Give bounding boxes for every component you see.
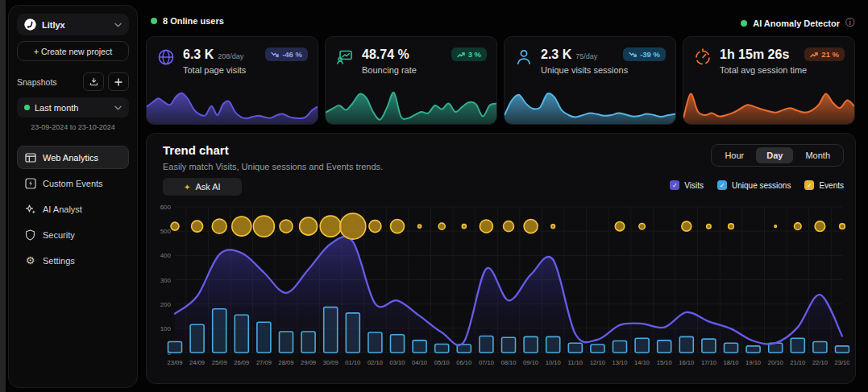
time-range-segmented-control: Hour Day Month xyxy=(711,144,844,167)
kpi-sparkline xyxy=(683,85,854,124)
litlyx-logo-icon xyxy=(24,19,36,31)
period-status-dot xyxy=(24,105,30,110)
kpi-label: Total avg session time xyxy=(720,65,807,75)
chevron-down-icon xyxy=(114,23,122,27)
user-icon xyxy=(514,47,534,67)
kpi-per-day: 75/day xyxy=(575,52,597,60)
sidebar-item-label: Security xyxy=(43,230,75,240)
svg-text:30/09: 30/09 xyxy=(323,359,338,366)
trend-down-icon xyxy=(629,52,637,58)
svg-text:01/10: 01/10 xyxy=(345,359,360,366)
snapshot-period-select[interactable]: Last month xyxy=(17,97,129,118)
svg-text:28/09: 28/09 xyxy=(278,359,293,366)
sidebar-item-web-analytics[interactable]: Web Analytics xyxy=(17,146,129,169)
anomaly-status-dot xyxy=(741,20,747,27)
svg-text:29/09: 29/09 xyxy=(301,359,316,366)
sidebar-item-label: Custom Events xyxy=(43,179,103,188)
snapshot-date-range: 23-09-2024 to 23-10-2024 xyxy=(17,123,129,131)
svg-text:200: 200 xyxy=(160,301,172,308)
svg-text:23/09: 23/09 xyxy=(167,359,182,366)
project-name: Litlyx xyxy=(42,20,109,30)
trend-chart-subtitle: Easily match Visits, Unique sessions and… xyxy=(163,162,383,171)
chart-legend: ✓ Visits ✓ Unique sessions ✓ Events xyxy=(670,180,844,190)
svg-text:08/10: 08/10 xyxy=(500,359,516,366)
sidebar-item-security[interactable]: Security xyxy=(17,223,129,246)
kpi-sparkline xyxy=(505,85,675,124)
kpi-sparkline xyxy=(326,85,496,124)
svg-text:24/09: 24/09 xyxy=(189,359,205,366)
app-window: Litlyx + Create new project Snapshots La… xyxy=(0,0,868,392)
legend-visits[interactable]: ✓ Visits xyxy=(670,180,704,190)
snapshot-period-value: Last month xyxy=(35,103,110,113)
chevron-down-icon xyxy=(114,105,122,110)
trend-chart-canvas[interactable]: 010020030040050060023/0924/0925/0926/092… xyxy=(153,200,849,382)
svg-text:100: 100 xyxy=(160,325,172,332)
tab-hour[interactable]: Hour xyxy=(714,147,754,163)
online-status-dot xyxy=(151,18,157,24)
shield-icon xyxy=(24,229,36,241)
checkbox-checked-icon: ✓ xyxy=(804,180,814,190)
kpi-trend-badge: 3 % xyxy=(451,47,487,61)
svg-text:500: 500 xyxy=(160,228,172,235)
svg-text:26/09: 26/09 xyxy=(234,359,249,366)
sidebar-item-custom-events[interactable]: Custom Events xyxy=(17,171,129,195)
anomaly-detector-text: AI Anomaly Detector xyxy=(753,19,840,28)
ai-sparkle-icon: ✦ xyxy=(184,183,190,192)
tab-month[interactable]: Month xyxy=(795,147,841,163)
sidebar-item-label: Settings xyxy=(43,256,75,266)
sidebar-item-label: AI Analyst xyxy=(43,204,82,214)
svg-text:25/09: 25/09 xyxy=(212,359,227,366)
svg-text:02/10: 02/10 xyxy=(368,359,383,366)
kpi-label: Unique visits sessions xyxy=(541,65,628,75)
online-users-indicator: 8 Online users xyxy=(151,16,224,26)
svg-text:15/10: 15/10 xyxy=(657,359,672,366)
trend-up-icon xyxy=(810,52,818,58)
trend-chart-panel: Trend chart Easily match Visits, Unique … xyxy=(146,133,856,384)
trend-chart-title: Trend chart xyxy=(163,143,229,157)
svg-text:16/10: 16/10 xyxy=(679,359,694,366)
ask-ai-button[interactable]: ✦ Ask AI xyxy=(163,178,242,196)
kpi-card-avg-session-time: 1h 15m 26s Total avg session time 21 % xyxy=(683,36,855,125)
legend-unique-sessions[interactable]: ✓ Unique sessions xyxy=(717,180,791,190)
checkbox-checked-icon: ✓ xyxy=(717,180,727,190)
svg-text:11/10: 11/10 xyxy=(568,359,583,366)
project-selector[interactable]: Litlyx xyxy=(17,14,129,35)
sidebar-item-ai-analyst[interactable]: AI Analyst xyxy=(17,197,129,221)
svg-text:14/10: 14/10 xyxy=(634,359,650,366)
kpi-trend-badge: -46 % xyxy=(265,47,308,61)
svg-text:18/10: 18/10 xyxy=(723,359,738,366)
save-snapshot-icon xyxy=(89,77,98,86)
svg-text:19/10: 19/10 xyxy=(745,359,761,366)
save-snapshot-button[interactable] xyxy=(83,72,104,91)
create-project-button[interactable]: + Create new project xyxy=(17,41,129,61)
tab-day[interactable]: Day xyxy=(756,147,793,163)
online-users-text: 8 Online users xyxy=(163,16,224,26)
kpi-value: 48.74 % xyxy=(362,47,409,62)
info-icon[interactable]: ⓘ xyxy=(845,16,855,30)
gear-icon: ⚙ xyxy=(24,255,36,266)
trend-up-icon xyxy=(457,52,465,58)
ai-anomaly-detector: AI Anomaly Detector ⓘ xyxy=(741,16,855,30)
kpi-trend-badge: 21 % xyxy=(804,47,845,61)
snapshots-label: Snapshots xyxy=(17,77,79,87)
kpi-value: 6.3 K xyxy=(183,47,214,62)
legend-events[interactable]: ✓ Events xyxy=(804,180,844,190)
bounce-rate-icon xyxy=(335,47,355,67)
svg-text:21/10: 21/10 xyxy=(790,359,805,366)
svg-text:03/10: 03/10 xyxy=(389,359,405,366)
checkbox-checked-icon: ✓ xyxy=(670,180,679,190)
kpi-trend-badge: -39 % xyxy=(623,47,666,61)
svg-text:17/10: 17/10 xyxy=(701,359,716,366)
trend-down-icon xyxy=(271,52,279,58)
add-snapshot-button[interactable] xyxy=(108,72,129,91)
sidebar-item-settings[interactable]: ⚙ Settings xyxy=(17,249,129,272)
svg-text:05/10: 05/10 xyxy=(434,359,450,366)
svg-text:07/10: 07/10 xyxy=(479,359,494,366)
kpi-card-bouncing-rate: 48.74 % Bouncing rate 3 % xyxy=(325,36,497,125)
svg-text:400: 400 xyxy=(160,252,172,259)
sparkles-icon xyxy=(24,204,36,215)
kpi-value: 1h 15m 26s xyxy=(720,47,789,62)
timer-icon xyxy=(693,47,712,67)
kpi-sparkline xyxy=(147,85,318,124)
svg-text:22/10: 22/10 xyxy=(812,359,828,366)
